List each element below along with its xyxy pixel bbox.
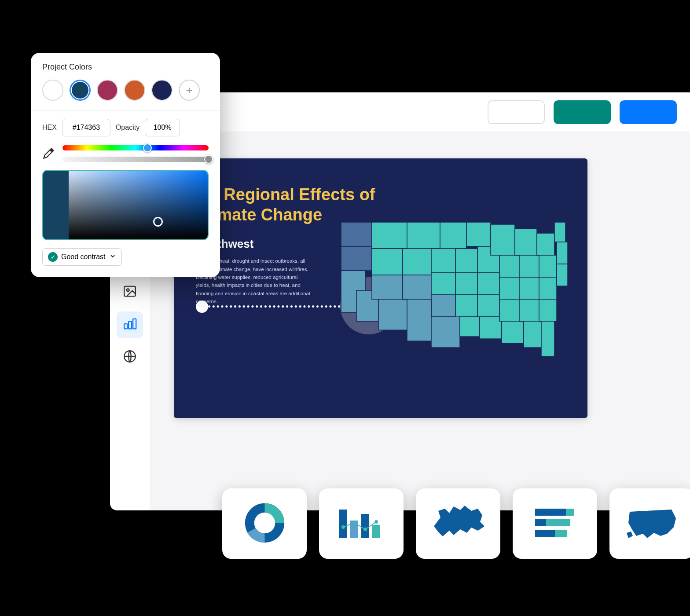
svg-rect-25 [455, 273, 477, 295]
bar-chart-template[interactable] [319, 488, 404, 559]
svg-rect-21 [407, 299, 431, 341]
bar-chart-icon [337, 505, 385, 542]
contrast-badge[interactable]: ✓ Good contrast [42, 248, 122, 266]
svg-point-2 [127, 289, 129, 291]
svg-rect-52 [339, 510, 347, 538]
svg-rect-63 [546, 519, 570, 526]
donut-chart-template[interactable] [222, 488, 307, 559]
sidebar-item-image[interactable] [117, 279, 143, 305]
color-field-thumb[interactable] [153, 217, 163, 227]
hex-input[interactable] [62, 119, 110, 136]
panel-divider [31, 110, 220, 111]
panel-title: Project Colors [42, 62, 209, 72]
donut-chart-icon [244, 502, 286, 546]
swatch-navy[interactable] [151, 80, 172, 101]
us-map-template[interactable] [609, 488, 690, 559]
canada-map-icon [429, 502, 487, 546]
svg-rect-34 [499, 255, 519, 277]
svg-rect-23 [440, 222, 466, 249]
header-button-teal[interactable] [554, 100, 611, 124]
hue-slider[interactable] [62, 145, 209, 150]
svg-rect-44 [539, 255, 557, 277]
add-swatch-button[interactable]: + [179, 80, 200, 101]
svg-rect-11 [372, 222, 407, 249]
svg-rect-41 [519, 299, 539, 321]
slide[interactable]: US Regional Effects of Climate Change So… [174, 158, 587, 418]
plus-icon: + [186, 84, 192, 97]
slider-row [42, 145, 209, 162]
horizontal-bar-icon [533, 505, 577, 542]
image-icon [122, 284, 137, 301]
svg-rect-38 [515, 229, 537, 255]
svg-rect-8 [341, 246, 372, 271]
opacity-label: Opacity [116, 124, 139, 132]
swatch-raspberry[interactable] [97, 80, 118, 101]
contrast-label: Good contrast [61, 253, 106, 261]
svg-rect-39 [519, 255, 539, 277]
chevron-down-icon [109, 253, 116, 261]
svg-rect-27 [460, 317, 480, 337]
svg-rect-28 [466, 222, 491, 246]
svg-rect-20 [431, 295, 455, 317]
sidebar-item-chart[interactable] [117, 312, 143, 338]
svg-rect-1 [124, 286, 136, 297]
svg-rect-64 [535, 530, 555, 537]
svg-rect-30 [477, 273, 499, 295]
svg-rect-14 [378, 299, 407, 330]
svg-rect-61 [566, 509, 574, 516]
svg-rect-7 [341, 222, 372, 246]
horizontal-bar-template[interactable] [513, 488, 597, 559]
opacity-slider-thumb[interactable] [204, 155, 213, 164]
canada-map-template[interactable] [416, 488, 500, 559]
svg-rect-16 [403, 275, 431, 299]
svg-rect-15 [403, 249, 431, 275]
svg-rect-48 [554, 222, 565, 242]
hue-slider-thumb[interactable] [143, 143, 152, 152]
svg-rect-43 [537, 233, 554, 255]
svg-rect-17 [407, 222, 440, 249]
hex-label: HEX [42, 124, 57, 132]
hex-row: HEX Opacity [42, 119, 209, 136]
svg-rect-26 [455, 295, 477, 317]
header-button-outline[interactable] [488, 100, 545, 124]
checkmark-icon: ✓ [48, 252, 58, 262]
us-map [332, 211, 570, 365]
swatch-orange[interactable] [124, 80, 145, 101]
svg-rect-55 [372, 525, 380, 538]
opacity-input[interactable] [145, 119, 180, 136]
svg-rect-5 [133, 319, 136, 329]
svg-rect-54 [361, 514, 369, 538]
svg-rect-32 [480, 317, 502, 339]
svg-rect-24 [455, 249, 477, 273]
svg-rect-33 [491, 224, 515, 255]
svg-rect-65 [555, 530, 567, 537]
svg-rect-31 [477, 295, 499, 317]
template-strip [222, 488, 690, 559]
svg-rect-60 [535, 509, 566, 516]
sidebar-item-globe[interactable] [117, 344, 143, 370]
color-field[interactable] [42, 170, 209, 240]
opacity-slider[interactable] [62, 157, 209, 162]
header-button-blue[interactable] [620, 100, 677, 124]
svg-rect-4 [128, 321, 132, 329]
globe-icon [122, 349, 137, 366]
swatch-white[interactable] [42, 80, 63, 101]
swatch-row: + [42, 80, 209, 101]
svg-rect-47 [541, 321, 554, 356]
chart-icon [122, 316, 137, 333]
eyedropper-icon[interactable] [42, 147, 55, 160]
swatch-dark-blue[interactable] [70, 80, 91, 101]
svg-rect-45 [539, 277, 557, 299]
svg-rect-36 [499, 299, 519, 321]
slide-dot [196, 301, 208, 313]
slide-dotted-line [208, 305, 353, 308]
svg-rect-62 [535, 519, 546, 526]
us-map-icon [623, 503, 680, 544]
svg-rect-19 [431, 273, 455, 295]
svg-rect-40 [519, 277, 539, 299]
svg-rect-12 [372, 249, 403, 275]
svg-rect-50 [557, 264, 568, 286]
canvas-area: US Regional Effects of Climate Change So… [150, 132, 690, 510]
svg-rect-35 [499, 277, 519, 299]
svg-rect-22 [431, 317, 460, 348]
